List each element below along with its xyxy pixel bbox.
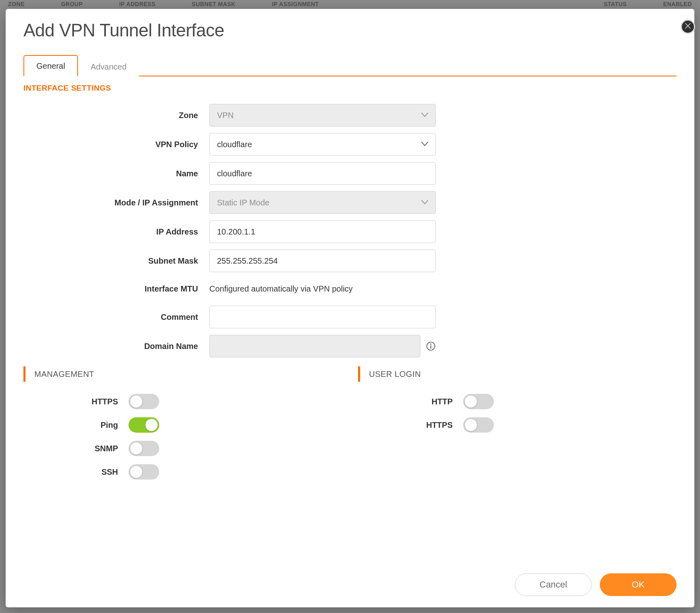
select-mode: Static IP Mode xyxy=(209,191,436,214)
section-interface-settings: INTERFACE SETTINGS xyxy=(23,84,677,93)
row-mode: Mode / IP Assignment Static IP Mode xyxy=(23,191,677,214)
row-mtu: Interface MTU Configured automatically v… xyxy=(23,279,677,299)
label-mgmt-snmp: SNMP xyxy=(23,444,129,453)
input-subnet-mask[interactable] xyxy=(209,249,436,272)
row-zone: Zone VPN xyxy=(23,104,677,127)
svg-rect-2 xyxy=(430,345,431,349)
row-domain: Domain Name xyxy=(23,335,677,357)
info-icon[interactable] xyxy=(426,341,436,351)
toggle-ul-https[interactable] xyxy=(463,417,494,433)
row-subnet-mask: Subnet Mask xyxy=(23,249,677,272)
add-vpn-tunnel-modal: Add VPN Tunnel Interface General Advance… xyxy=(6,9,694,607)
label-ul-http: HTTP xyxy=(358,397,463,406)
modal-title: Add VPN Tunnel Interface xyxy=(23,20,677,40)
tab-advanced[interactable]: Advanced xyxy=(78,56,139,76)
label-mtu: Interface MTU xyxy=(23,284,209,294)
row-ul-https: HTTPS xyxy=(358,417,677,433)
close-button[interactable] xyxy=(681,19,695,34)
close-icon xyxy=(685,23,691,31)
bg-col-status: STATUS xyxy=(604,1,627,7)
row-mgmt-https: HTTPS xyxy=(23,394,342,409)
label-ip-address: IP Address xyxy=(23,227,209,237)
bg-col-zone: ZONE xyxy=(8,1,25,7)
input-domain xyxy=(209,335,420,357)
modal-footer: Cancel OK xyxy=(23,566,677,596)
toggle-mgmt-ping[interactable] xyxy=(129,417,159,433)
svg-point-1 xyxy=(430,344,432,345)
row-mgmt-ping: Ping xyxy=(23,417,342,433)
row-mgmt-ssh: SSH xyxy=(23,464,342,480)
management-section: MANAGEMENT HTTPS Ping SNMP SSH xyxy=(23,366,342,488)
input-name[interactable] xyxy=(209,162,436,185)
select-vpn-policy[interactable]: cloudflare xyxy=(209,133,436,156)
label-mgmt-ssh: SSH xyxy=(23,467,129,477)
label-mgmt-https: HTTPS xyxy=(23,397,129,406)
label-ul-https: HTTPS xyxy=(358,421,463,430)
toggle-ul-http[interactable] xyxy=(463,394,494,409)
label-mgmt-ping: Ping xyxy=(23,421,129,430)
row-name: Name xyxy=(23,162,677,185)
toggle-mgmt-https[interactable] xyxy=(129,394,159,409)
row-ip-address: IP Address xyxy=(23,220,677,243)
tab-bar: General Advanced xyxy=(23,54,677,76)
bg-col-ip: IP ADDRESS xyxy=(119,1,156,7)
user-login-section: USER LOGIN HTTP HTTPS xyxy=(358,366,677,488)
bg-col-group: GROUP xyxy=(61,1,83,7)
label-zone: Zone xyxy=(23,111,209,120)
label-mode: Mode / IP Assignment xyxy=(23,198,209,207)
label-name: Name xyxy=(23,169,209,178)
select-zone: VPN xyxy=(209,104,436,127)
row-comment: Comment xyxy=(23,306,677,328)
row-mgmt-snmp: SNMP xyxy=(23,441,342,456)
row-vpn-policy: VPN Policy cloudflare xyxy=(23,133,677,156)
bg-col-enabled: ENABLED xyxy=(663,1,692,7)
input-ip-address[interactable] xyxy=(209,220,436,243)
input-comment[interactable] xyxy=(209,306,436,328)
bg-col-subnet: SUBNET MASK xyxy=(192,1,236,7)
toggle-mgmt-snmp[interactable] xyxy=(129,441,159,456)
tab-general[interactable]: General xyxy=(23,55,78,76)
ok-button[interactable]: OK xyxy=(600,573,677,596)
toggle-mgmt-ssh[interactable] xyxy=(129,464,159,480)
label-vpn-policy: VPN Policy xyxy=(23,140,209,149)
heading-user-login: USER LOGIN xyxy=(358,366,677,382)
bg-col-assign: IP ASSIGNMENT xyxy=(272,1,319,7)
label-domain: Domain Name xyxy=(23,342,209,351)
text-mtu: Configured automatically via VPN policy xyxy=(209,279,353,299)
heading-management: MANAGEMENT xyxy=(23,366,342,382)
label-subnet-mask: Subnet Mask xyxy=(23,256,209,266)
cancel-button[interactable]: Cancel xyxy=(515,573,592,596)
row-ul-http: HTTP xyxy=(358,394,677,409)
label-comment: Comment xyxy=(23,313,209,322)
